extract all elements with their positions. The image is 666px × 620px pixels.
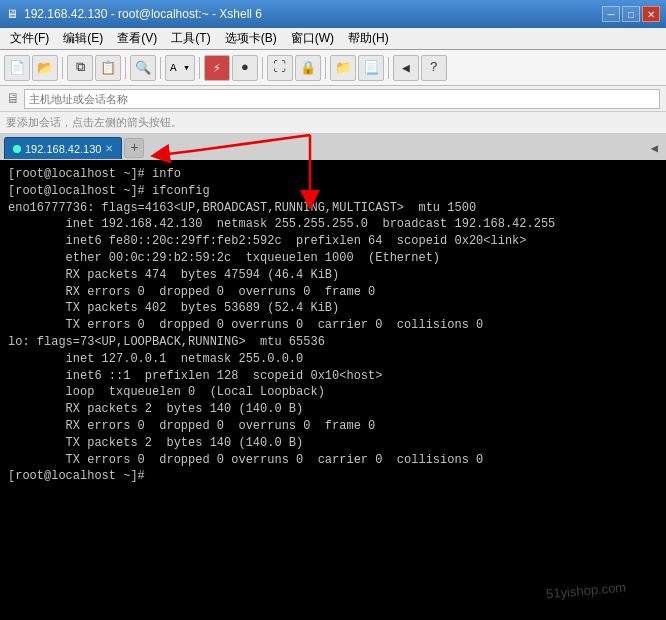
sessions-bar: 要添加会话，点击左侧的箭头按钮。 — [0, 112, 666, 134]
menu-window[interactable]: 窗口(W) — [285, 28, 340, 49]
terminal-line: RX packets 474 bytes 47594 (46.4 KiB) — [8, 267, 658, 284]
terminal-line: [root@localhost ~]# info — [8, 166, 658, 183]
lock-button[interactable]: 🔒 — [295, 55, 321, 81]
maximize-button[interactable]: □ — [622, 6, 640, 22]
window-title: 192.168.42.130 - root@localhost:~ - Xshe… — [24, 7, 262, 21]
back-button[interactable]: ◀ — [393, 55, 419, 81]
menu-help[interactable]: 帮助(H) — [342, 28, 395, 49]
fullscreen-button[interactable]: ⛶ — [267, 55, 293, 81]
terminal-line: lo: flags=73<UP,LOOPBACK,RUNNING> mtu 65… — [8, 334, 658, 351]
menu-edit[interactable]: 编辑(E) — [57, 28, 109, 49]
menu-view[interactable]: 查看(V) — [111, 28, 163, 49]
sessions-hint: 要添加会话，点击左侧的箭头按钮。 — [6, 115, 182, 130]
menu-tabs[interactable]: 选项卡(B) — [219, 28, 283, 49]
terminal-line: TX errors 0 dropped 0 overruns 0 carrier… — [8, 452, 658, 469]
terminal-line: inet6 ::1 prefixlen 128 scopeid 0x10<hos… — [8, 368, 658, 385]
address-input[interactable] — [24, 89, 660, 109]
file-button[interactable]: 📃 — [358, 55, 384, 81]
zoom-button[interactable]: 🔍 — [130, 55, 156, 81]
title-text: 🖥 192.168.42.130 - root@localhost:~ - Xs… — [6, 7, 262, 21]
toolbar-separator-5 — [262, 57, 263, 79]
terminal-line: [root@localhost ~]# ifconfig — [8, 183, 658, 200]
copy-button[interactable]: ⧉ — [67, 55, 93, 81]
window-controls: ─ □ ✕ — [602, 6, 660, 22]
tab-close-button[interactable]: ✕ — [105, 143, 113, 154]
tabs-arrow[interactable]: ◀ — [647, 141, 662, 156]
new-tab-button[interactable]: + — [124, 138, 144, 158]
close-button[interactable]: ✕ — [642, 6, 660, 22]
terminal-line: eno16777736: flags=4163<UP,BROADCAST,RUN… — [8, 200, 658, 217]
toolbar-separator-2 — [125, 57, 126, 79]
terminal-line: RX errors 0 dropped 0 overruns 0 frame 0 — [8, 284, 658, 301]
terminal-line: RX errors 0 dropped 0 overruns 0 frame 0 — [8, 418, 658, 435]
new-session-button[interactable]: 📄 — [4, 55, 30, 81]
address-icon: 🖥 — [6, 91, 20, 107]
terminal-line: inet 192.168.42.130 netmask 255.255.255.… — [8, 216, 658, 233]
terminal-line: [root@localhost ~]# — [8, 468, 658, 485]
circle-button[interactable]: ● — [232, 55, 258, 81]
tabs-bar: 192.168.42.130 ✕ + ◀ — [0, 134, 666, 160]
menu-tools[interactable]: 工具(T) — [165, 28, 216, 49]
open-button[interactable]: 📂 — [32, 55, 58, 81]
terminal-line: RX packets 2 bytes 140 (140.0 B) — [8, 401, 658, 418]
title-bar: 🖥 192.168.42.130 - root@localhost:~ - Xs… — [0, 0, 666, 28]
toolbar-separator-6 — [325, 57, 326, 79]
tab-label: 192.168.42.130 — [25, 143, 101, 155]
encoding-dropdown[interactable]: A ▾ — [165, 55, 195, 81]
terminal-line: loop txqueuelen 0 (Local Loopback) — [8, 384, 658, 401]
terminal-content: [root@localhost ~]# info[root@localhost … — [8, 166, 658, 485]
terminal[interactable]: [root@localhost ~]# info[root@localhost … — [0, 160, 666, 620]
tab-session-1[interactable]: 192.168.42.130 ✕ — [4, 137, 122, 159]
menu-bar: 文件(F) 编辑(E) 查看(V) 工具(T) 选项卡(B) 窗口(W) 帮助(… — [0, 28, 666, 50]
terminal-line: inet 127.0.0.1 netmask 255.0.0.0 — [8, 351, 658, 368]
minimize-button[interactable]: ─ — [602, 6, 620, 22]
help-button[interactable]: ? — [421, 55, 447, 81]
terminal-line: TX packets 2 bytes 140 (140.0 B) — [8, 435, 658, 452]
connect-button[interactable]: ⚡ — [204, 55, 230, 81]
menu-file[interactable]: 文件(F) — [4, 28, 55, 49]
toolbar: 📄 📂 ⧉ 📋 🔍 A ▾ ⚡ ● ⛶ 🔒 📁 📃 ◀ ? — [0, 50, 666, 86]
tab-status-dot — [13, 145, 21, 153]
app-icon: 🖥 — [6, 7, 18, 21]
terminal-line: ether 00:0c:29:b2:59:2c txqueuelen 1000 … — [8, 250, 658, 267]
paste-button[interactable]: 📋 — [95, 55, 121, 81]
address-bar: 🖥 — [0, 86, 666, 112]
terminal-line: TX errors 0 dropped 0 overruns 0 carrier… — [8, 317, 658, 334]
toolbar-separator-3 — [160, 57, 161, 79]
toolbar-separator-7 — [388, 57, 389, 79]
watermark: 51yishop.com — [545, 578, 626, 603]
file-transfer-button[interactable]: 📁 — [330, 55, 356, 81]
toolbar-separator-1 — [62, 57, 63, 79]
terminal-line: TX packets 402 bytes 53689 (52.4 KiB) — [8, 300, 658, 317]
terminal-line: inet6 fe80::20c:29ff:feb2:592c prefixlen… — [8, 233, 658, 250]
toolbar-separator-4 — [199, 57, 200, 79]
